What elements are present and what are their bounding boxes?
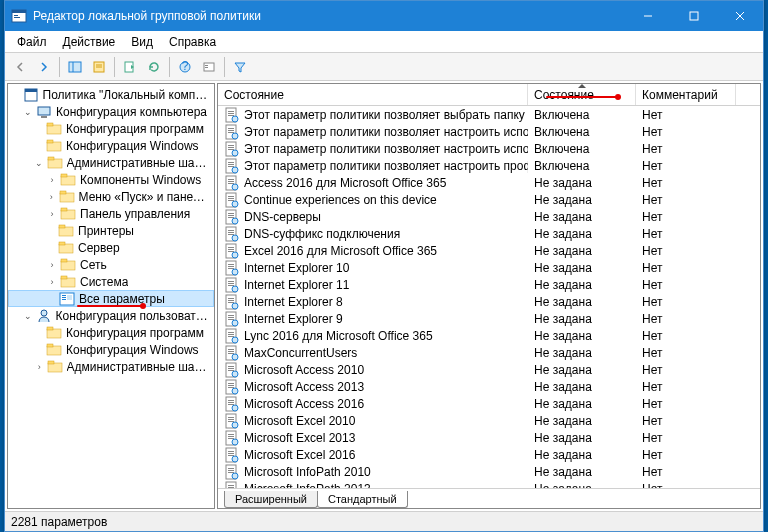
list-row[interactable]: Excel 2016 для Microsoft Office 365Не за…	[218, 242, 760, 259]
list-row[interactable]: Этот параметр политики позволяет настрои…	[218, 123, 760, 140]
list-row[interactable]: Continue experiences on this deviceНе за…	[218, 191, 760, 208]
svg-rect-166	[228, 485, 234, 486]
svg-rect-76	[228, 179, 234, 180]
tree-item[interactable]: ›Административные шаблоны	[8, 358, 214, 375]
tree-computer-config[interactable]: ⌄ Конфигурация компьютера	[8, 103, 214, 120]
list-row[interactable]: Microsoft Excel 2016Не заданаНет	[218, 446, 760, 463]
expand-icon[interactable]: ›	[46, 208, 58, 220]
options-button[interactable]	[198, 56, 220, 78]
filter-button[interactable]	[229, 56, 251, 78]
export-button[interactable]	[119, 56, 141, 78]
list-row[interactable]: Internet Explorer 10Не заданаНет	[218, 259, 760, 276]
setting-comment: Нет	[636, 108, 736, 122]
svg-rect-8	[69, 62, 81, 72]
tree-item[interactable]: Сервер	[8, 239, 214, 256]
tree-item[interactable]: ›Меню «Пуск» и панель зад	[8, 188, 214, 205]
tree-all-settings[interactable]: Все параметры	[8, 290, 214, 307]
expand-icon[interactable]: ›	[34, 361, 45, 373]
setting-icon	[224, 362, 240, 378]
list-row[interactable]: Этот параметр политики позволяет настрои…	[218, 140, 760, 157]
tree-item[interactable]: ›Система	[8, 273, 214, 290]
svg-rect-32	[60, 191, 66, 194]
expand-icon[interactable]: ›	[46, 259, 58, 271]
maximize-button[interactable]	[671, 1, 717, 31]
list-row[interactable]: Microsoft InfoPath 2013Не заданаНет	[218, 480, 760, 488]
svg-rect-35	[59, 227, 73, 236]
column-comment[interactable]: Комментарий	[636, 84, 736, 105]
column-name[interactable]: Состояние	[218, 84, 528, 105]
content-area: Политика "Локальный компьютер" ⌄ Конфигу…	[5, 81, 763, 511]
forward-button[interactable]	[33, 56, 55, 78]
minimize-button[interactable]	[625, 1, 671, 31]
tree-item[interactable]: Принтеры	[8, 222, 214, 239]
tab-extended[interactable]: Расширенный	[224, 491, 318, 508]
svg-rect-72	[228, 164, 234, 165]
menu-file[interactable]: Файл	[9, 33, 55, 51]
list-row[interactable]: Microsoft Access 2016Не заданаНет	[218, 395, 760, 412]
expand-icon[interactable]: ›	[46, 174, 58, 186]
menu-view[interactable]: Вид	[123, 33, 161, 51]
list-row[interactable]: Microsoft Access 2010Не заданаНет	[218, 361, 760, 378]
svg-rect-106	[228, 281, 234, 282]
tree-item[interactable]: Конфигурация Windows	[8, 341, 214, 358]
tab-standard[interactable]: Стандартный	[317, 491, 408, 508]
list-row[interactable]: DNS-серверыНе заданаНет	[218, 208, 760, 225]
folder-icon	[46, 325, 62, 341]
collapse-icon[interactable]: ⌄	[34, 157, 45, 169]
menu-action[interactable]: Действие	[55, 33, 124, 51]
setting-state: Не задана	[528, 414, 636, 428]
help-button[interactable]: ?	[174, 56, 196, 78]
setting-name: Microsoft Excel 2013	[244, 431, 355, 445]
svg-rect-156	[228, 451, 234, 452]
tree-item[interactable]: ›Панель управления	[8, 205, 214, 222]
setting-state: Не задана	[528, 465, 636, 479]
menu-help[interactable]: Справка	[161, 33, 224, 51]
setting-name: Этот параметр политики позволяет выбрать…	[244, 108, 528, 122]
svg-rect-63	[228, 132, 234, 133]
list-row[interactable]: MaxConcurrentUsersНе заданаНет	[218, 344, 760, 361]
tree-item[interactable]: Конфигурация Windows	[8, 137, 214, 154]
tree-item[interactable]: Конфигурация программ	[8, 324, 214, 341]
list-row[interactable]: Этот параметр политики позволяет выбрать…	[218, 106, 760, 123]
list-row[interactable]: Microsoft InfoPath 2010Не заданаНет	[218, 463, 760, 480]
list-row[interactable]: Internet Explorer 9Не заданаНет	[218, 310, 760, 327]
tree-user-config[interactable]: ⌄ Конфигурация пользователя	[8, 307, 214, 324]
close-button[interactable]	[717, 1, 763, 31]
show-hide-tree-button[interactable]	[64, 56, 86, 78]
refresh-button[interactable]	[143, 56, 165, 78]
tree-item[interactable]: Конфигурация программ	[8, 120, 214, 137]
expand-icon[interactable]: ›	[46, 191, 57, 203]
svg-rect-116	[228, 315, 234, 316]
collapse-icon[interactable]: ⌄	[22, 106, 34, 118]
svg-rect-21	[38, 107, 50, 115]
list-row[interactable]: Microsoft Access 2013Не заданаНет	[218, 378, 760, 395]
tree-item[interactable]: ›Компоненты Windows	[8, 171, 214, 188]
expand-icon[interactable]	[10, 89, 21, 101]
setting-name: Internet Explorer 9	[244, 312, 343, 326]
tree-root[interactable]: Политика "Локальный компьютер"	[8, 86, 214, 103]
setting-name: Microsoft Access 2013	[244, 380, 364, 394]
list-row[interactable]: Microsoft Excel 2013Не заданаНет	[218, 429, 760, 446]
svg-rect-23	[47, 125, 61, 134]
back-button[interactable]	[9, 56, 31, 78]
setting-icon	[224, 345, 240, 361]
svg-rect-133	[228, 370, 234, 371]
expand-icon[interactable]: ›	[46, 276, 58, 288]
svg-rect-27	[48, 159, 62, 168]
collapse-icon[interactable]: ⌄	[22, 310, 34, 322]
list-row[interactable]: Internet Explorer 8Не заданаНет	[218, 293, 760, 310]
tree-admin-templates[interactable]: ⌄ Административные шаблоны	[8, 154, 214, 171]
setting-comment: Нет	[636, 397, 736, 411]
list-row[interactable]: Internet Explorer 11Не заданаНет	[218, 276, 760, 293]
properties-button[interactable]	[88, 56, 110, 78]
list-row[interactable]: Этот параметр политики позволяет настрои…	[218, 157, 760, 174]
tree-item[interactable]: ›Сеть	[8, 256, 214, 273]
list-row[interactable]: Lync 2016 для Microsoft Office 365Не зад…	[218, 327, 760, 344]
svg-rect-126	[228, 349, 234, 350]
list-row[interactable]: Microsoft Excel 2010Не заданаНет	[218, 412, 760, 429]
list-body[interactable]: Этот параметр политики позволяет выбрать…	[218, 106, 760, 488]
setting-icon	[224, 396, 240, 412]
list-row[interactable]: Access 2016 для Microsoft Office 365Не з…	[218, 174, 760, 191]
list-row[interactable]: DNS-суффикс подключенияНе заданаНет	[218, 225, 760, 242]
tree-pane[interactable]: Политика "Локальный компьютер" ⌄ Конфигу…	[7, 83, 215, 509]
